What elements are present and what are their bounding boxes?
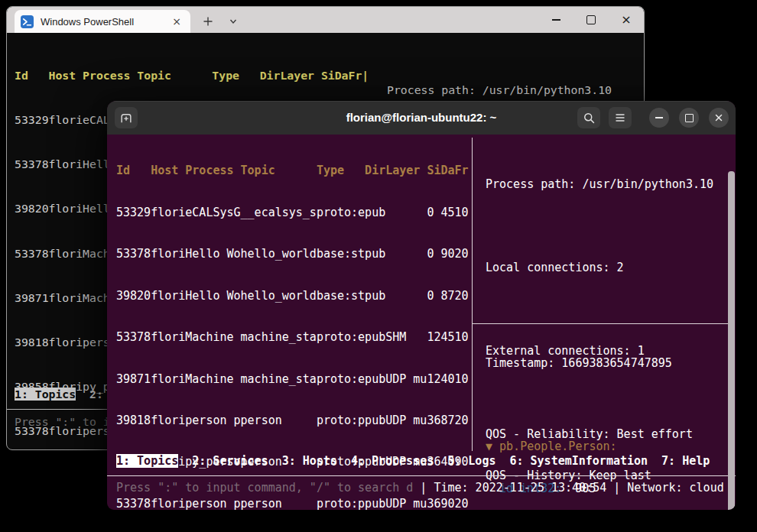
close-icon (714, 113, 723, 122)
table-header: Id Host Process Topic Type DirLayer SiDa… (116, 164, 469, 177)
powershell-tab[interactable]: Windows PowerShell × (15, 10, 190, 33)
new-tab-button[interactable] (115, 107, 138, 128)
tab-services[interactable]: 2: Services (192, 454, 268, 468)
search-button[interactable] (577, 107, 600, 128)
minimize-icon (552, 19, 560, 20)
minimize-icon (655, 117, 663, 118)
tab-dropdown-button[interactable] (224, 12, 242, 31)
status-hint: Press ":" to input command, "/" to searc… (116, 481, 420, 495)
table-row[interactable]: 39871floriMachine machine_staproto:epubU… (116, 372, 469, 386)
table-header: Id Host Process Topic Type DirLayer SiDa… (15, 68, 369, 83)
hamburger-icon (614, 112, 626, 124)
tab-help[interactable]: 7: Help (661, 454, 710, 468)
status-separator (107, 475, 736, 476)
pane-divider (472, 138, 473, 451)
blank-line (486, 398, 700, 412)
detail-line (486, 303, 713, 316)
powershell-icon (21, 15, 34, 28)
maximize-button[interactable] (679, 108, 699, 128)
gnome-terminal: Id Host Process Topic Type DirLayer SiDa… (107, 135, 736, 510)
gnome-titlebar[interactable]: florian@florian-ubuntu22: ~ (107, 101, 736, 135)
chevron-down-icon (229, 17, 238, 26)
scrollbar-thumb[interactable] (728, 171, 735, 510)
tab-topics[interactable]: 1: Topics (15, 388, 76, 401)
tree-root[interactable]: ▼ pb.People.Person: (486, 440, 700, 453)
tab-topics[interactable]: 1: Topics (116, 454, 178, 468)
close-icon: × (621, 14, 631, 26)
tab-logs[interactable]: 5: Logs (447, 454, 495, 468)
table-row[interactable]: 53329florieCALSysG__ecalsys_sproto:epub … (116, 206, 469, 219)
detail-line (486, 219, 713, 233)
tab-close-icon[interactable]: × (167, 15, 186, 28)
maximize-icon (586, 15, 596, 24)
search-icon (583, 112, 596, 125)
table-row[interactable]: 53378floriperson pperson proto:ppubUDP m… (116, 497, 469, 510)
tab-processes[interactable]: 4: Processes (351, 454, 434, 468)
new-tab-icon (119, 111, 133, 125)
maximize-icon (685, 114, 694, 122)
maximize-button[interactable] (573, 7, 609, 33)
table-row[interactable]: 39818floriperson pperson proto:ppubUDP m… (116, 414, 469, 427)
detail-separator (473, 323, 728, 324)
detail-line: Local connections: 2 (486, 261, 713, 274)
gnome-terminal-window: florian@florian-ubuntu22: ~ (107, 101, 736, 510)
tab-hosts[interactable]: 3: Hosts (282, 454, 337, 468)
close-button[interactable]: × (609, 7, 644, 33)
status-bar: Press ":" to input command, "/" to searc… (116, 481, 724, 495)
powershell-titlebar[interactable]: Windows PowerShell × × (7, 7, 644, 33)
tab-systeminformation[interactable]: 6: SystemInformation (509, 454, 648, 468)
plus-icon (203, 16, 213, 27)
timestamp: Timestamp: 1669383654747895 (486, 356, 700, 370)
menu-button[interactable] (609, 107, 632, 128)
powershell-tab-title: Windows PowerShell (41, 16, 134, 28)
detail-line: Process path: /usr/bin/python3.10 (486, 177, 713, 191)
minimize-button[interactable] (538, 7, 573, 33)
new-tab-button[interactable] (198, 12, 218, 31)
tui-tab-bar: 1: Topics2: Services3: Hosts4: Processes… (116, 454, 723, 468)
detail-line: Process path: /usr/bin/python3.10 (387, 83, 612, 97)
table-row[interactable]: 53378floriMachine machine_staproto:epubS… (116, 330, 469, 344)
desktop: Windows PowerShell × × (0, 0, 757, 532)
window-controls: × (538, 7, 644, 33)
minimize-button[interactable] (649, 108, 669, 128)
table-row[interactable]: 53378floriHello Wohello_worldbase:stpub … (116, 247, 469, 261)
window-title: florian@florian-ubuntu22: ~ (107, 101, 736, 135)
table-row[interactable]: 39820floriHello Wohello_worldbase:stpub … (116, 289, 469, 303)
close-button[interactable] (709, 108, 729, 128)
status-info: | Time: 2022-11-25 13:40:54 | Network: c… (420, 481, 723, 495)
